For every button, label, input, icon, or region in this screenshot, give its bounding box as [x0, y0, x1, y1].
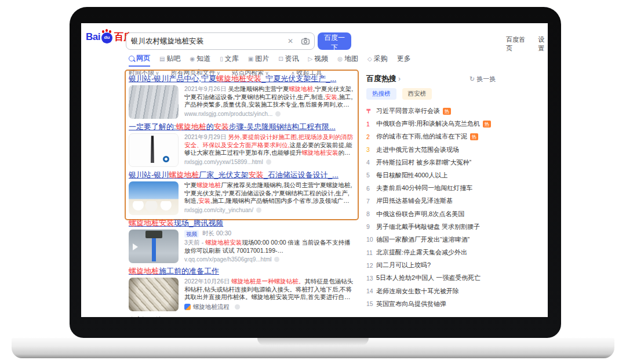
search-button[interactable]: 百度一下	[318, 32, 351, 50]
tab-zhidao[interactable]: ◉知道	[190, 53, 210, 67]
result-url: www.nxlsgjg.com/products/yinch...	[184, 111, 354, 117]
video-icon: ▷	[308, 56, 313, 62]
result-title[interactable]: 银川站-银川产品中心,宁夏螺旋地桩安装_宁夏光伏支架生产_...	[129, 74, 354, 83]
settings-link[interactable]: 设置	[538, 35, 548, 53]
news-icon: ⊡	[278, 56, 283, 62]
result-thumbnail[interactable]	[129, 133, 179, 167]
hot-search-item[interactable]: 11北京提醒:停止露天集会减少外出	[366, 248, 541, 257]
hot-badge: 热	[443, 108, 451, 115]
video-duration: 时长 00:30	[202, 230, 231, 238]
result-snippet: 2021年9月26日 吴忠隆顺钢构主营宁夏螺旋地桩,宁夏光伏支架,宁夏石油储运设…	[184, 85, 354, 109]
hot-search-item[interactable]: 〒习近平同普京举行会谈热	[366, 107, 541, 115]
tab-more[interactable]: 更多	[397, 53, 411, 67]
result-url: nxlsgjg.com/city_yinchuan/	[184, 207, 354, 213]
rank-number: 14	[366, 287, 376, 294]
hot-search-panel: 百度热搜 › ↻ 换一换 热搜榜 西安榜 〒习近平同普京举行会谈热 1中俄联合声…	[366, 74, 541, 312]
result-url: nxlsgjg.com/yyxw/15899...html	[184, 159, 354, 165]
refresh-button[interactable]: ↻ 换一换	[470, 75, 496, 83]
page: Bai du 百度 ✕ 百度一下 百度首页 设置	[0, 0, 626, 364]
result-snippet: 3天前 - 螺旋地桩安装现场00:00 00:00 倍速 当前设备不支持播放你可…	[184, 239, 354, 254]
hot-search-tabs: 热搜榜 西安榜	[366, 88, 541, 100]
tab-news[interactable]: ⊡资讯	[278, 53, 299, 67]
hot-badge: 热	[470, 133, 478, 140]
hot-badge: 热	[483, 121, 491, 128]
hot-search-item[interactable]: 10德国一家酿酒厂开发出“速溶啤酒”	[366, 235, 541, 244]
result-title[interactable]: 银川站-银川螺旋地桩厂家_光伏支架安装_石油储运设备设计_...	[129, 170, 354, 179]
hot-search-item[interactable]: 8中俄这份联合声明,8次点名美国	[366, 210, 541, 219]
logo-text-bai: Bai	[86, 31, 100, 43]
result-source[interactable]: 螺旋地桩流程	[184, 303, 354, 311]
tab-xian-list[interactable]: 西安榜	[402, 88, 432, 100]
search-result: 银川站-银川螺旋地桩厂家_光伏支架安装_石油储运设备设计_... 宁夏螺旋地桩厂…	[129, 170, 354, 215]
map-icon: ◎	[337, 56, 343, 62]
hot-search-item[interactable]: 6夫妻前后40分钟同一地闯红灯撞车	[366, 184, 541, 192]
camera-icon[interactable]	[297, 38, 314, 45]
search-category-tabs: 网页 ▤贴吧 ◉知道 ▯文库 ▣图片 ⊡资讯 ▷视频 ◎地图 ◇采购 更多	[129, 53, 411, 67]
tab-webpage[interactable]: 网页	[129, 53, 150, 67]
laptop-screen-bezel: Bai du 百度 ✕ 百度一下 百度首页 设置	[70, 7, 561, 338]
hot-search-title[interactable]: 百度热搜	[366, 74, 396, 84]
tab-video[interactable]: ▷视频	[308, 53, 329, 67]
play-icon	[133, 243, 138, 250]
hot-search-item[interactable]: 9男子缅北戴手铐敲键盘 哭求别割腰子	[366, 223, 541, 231]
result-title[interactable]: 一定要了解的:螺旋地桩的安装步骤-吴忠隆顺钢结构工程有限...	[129, 122, 354, 131]
hot-search-item[interactable]: 2你的城市在下雨,他的城市在下泥热	[366, 132, 541, 141]
site-info-icon[interactable]	[256, 208, 261, 213]
video-tag-badge: 视频	[184, 230, 199, 238]
rank-number: 13	[366, 275, 376, 282]
clear-icon[interactable]: ✕	[284, 37, 297, 45]
hot-search-item[interactable]: 15英国宣布向乌提供贫铀弹	[366, 300, 541, 308]
browser-viewport: Bai du 百度 ✕ 百度一下 百度首页 设置	[81, 23, 548, 317]
home-link[interactable]: 百度首页	[506, 35, 525, 53]
result-title[interactable]: 螺旋地桩安装现场_腾讯视频	[129, 219, 354, 227]
result-thumbnail[interactable]	[129, 181, 179, 215]
hot-search-item[interactable]: 14老师连扇女生数十耳光被开除	[366, 287, 541, 296]
result-snippet: 2022年10月26日 螺旋地桩是一种螺旋钻桩。其特征是包涵钻头和钻杆,钻头或钻…	[184, 278, 354, 301]
tab-tieba[interactable]: ▤贴吧	[159, 53, 180, 67]
tab-images[interactable]: ▣图片	[248, 53, 269, 67]
rank-number: 6	[366, 185, 376, 192]
tieba-icon: ▤	[159, 56, 165, 62]
search-result: 银川站-银川产品中心,宁夏螺旋地桩安装_宁夏光伏支架生产_... 2021年9月…	[129, 74, 354, 119]
tab-caigou[interactable]: ◇采购	[367, 53, 388, 67]
related-searches-heading: 大家还在搜	[129, 316, 354, 317]
chevron-right-icon: ›	[398, 75, 401, 83]
results-column: 银川站-银川产品中心,宁夏螺旋地桩安装_宁夏光伏支架生产_... 2021年9月…	[129, 74, 354, 317]
search-result: 螺旋地桩施工前的准备工作 2022年10月26日 螺旋地桩是一种螺旋钻桩。其特征…	[129, 267, 354, 311]
logo-text-du-latin: du	[101, 35, 112, 40]
result-thumbnail[interactable]	[129, 85, 179, 119]
tab-maps[interactable]: ◎地图	[337, 53, 358, 67]
hot-search-item[interactable]: 4开特斯拉回村 被乡亲群嘲“大冤种”	[366, 158, 541, 167]
images-icon: ▣	[248, 56, 253, 62]
rank-number: 15	[366, 300, 376, 307]
pile-driver-machine	[145, 231, 162, 238]
rank-number: 2	[366, 133, 376, 140]
search-result: 螺旋地桩安装现场_腾讯视频 视频 时长 00:30 3天前 - 螺旋地桩安装现场…	[129, 219, 354, 263]
result-title[interactable]: 螺旋地桩施工前的准备工作	[129, 267, 354, 275]
hot-search-item[interactable]: 135日本人抢劫2中国人 一强盗受伤死亡	[366, 274, 541, 282]
laptop-lid-notch	[257, 338, 369, 345]
site-info-icon[interactable]	[266, 159, 271, 165]
hot-search-item[interactable]: 1中俄联合声明:用和谈解决乌克兰危机热	[366, 119, 541, 128]
laptop-base	[12, 338, 614, 358]
result-thumbnail[interactable]	[129, 230, 179, 263]
hot-search-item[interactable]: 5每日核酸阳性4000人以上	[366, 171, 541, 180]
top-links: 百度首页 设置	[506, 35, 548, 53]
hot-search-item[interactable]: 7岸田抵达基辅会见泽连斯基	[366, 196, 541, 205]
zhidao-icon: ◉	[190, 56, 195, 62]
hot-search-item[interactable]: 3走进中俄元首大范围会谈现场	[366, 145, 541, 154]
baidu-paw-icon: du	[101, 32, 112, 43]
tab-wenku[interactable]: ▯文库	[220, 53, 239, 67]
result-snippet: 宁夏螺旋地桩厂家推荐吴忠隆顺钢构,我公司主营宁夏螺旋地桩,宁夏光伏支架,宁夏石油…	[184, 181, 354, 205]
result-thumbnail[interactable]	[129, 278, 179, 311]
hot-search-item[interactable]: 12闰二月可以上坟吗?	[366, 261, 541, 270]
refresh-icon: ↻	[470, 75, 475, 83]
procurement-icon: ◇	[367, 56, 372, 62]
rank-number: 4	[366, 159, 376, 166]
site-info-icon[interactable]	[275, 111, 281, 117]
site-info-icon[interactable]	[274, 257, 279, 262]
search-input[interactable]	[126, 37, 284, 45]
search-box[interactable]: ✕	[126, 32, 315, 50]
site-info-icon[interactable]	[235, 304, 240, 310]
tab-hot-list[interactable]: 热搜榜	[366, 88, 396, 100]
